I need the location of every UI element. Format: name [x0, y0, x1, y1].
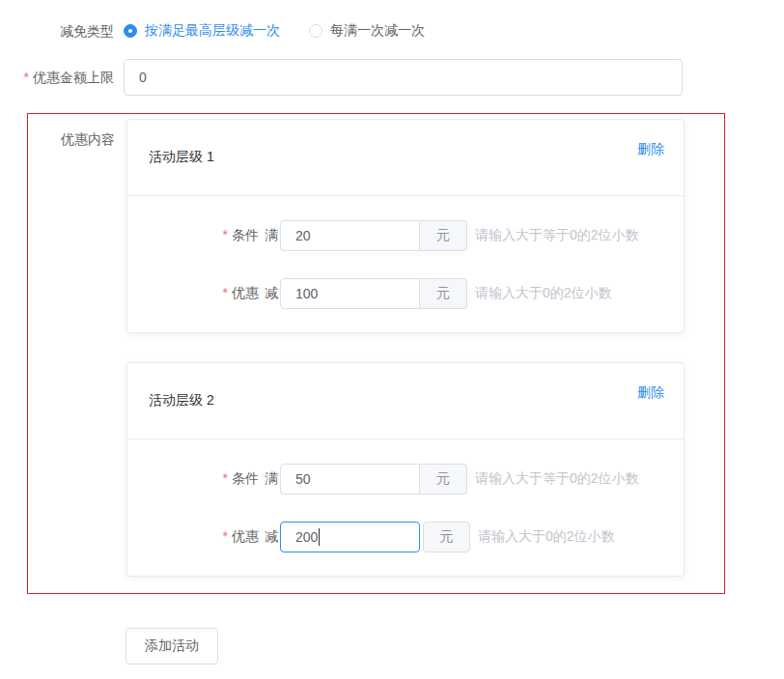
- discount-cap-label-text: 优惠金额上限: [33, 70, 114, 85]
- amount-input-group: 元: [280, 464, 467, 495]
- reduction-type-label: 减免类型: [0, 21, 114, 41]
- field-label-text: 条件: [232, 227, 259, 242]
- input-hint: 请输入大于等于0的2位小数: [475, 227, 639, 244]
- required-asterisk: *: [223, 528, 228, 544]
- delete-tier-link[interactable]: 删除: [637, 139, 664, 158]
- amount-input[interactable]: [280, 464, 420, 495]
- field-label: *条件: [127, 470, 259, 488]
- tier-field-row: *优惠 减 元 请输入大于0的2位小数: [127, 522, 684, 552]
- tier-card: 活动层级 1 删除 *条件 满 元 请输入大于等于0的2位小数 *优惠 减 元 …: [126, 119, 685, 333]
- tier-title: 活动层级 2: [149, 392, 214, 408]
- radio-icon: [309, 24, 322, 38]
- field-word: 满: [265, 470, 278, 488]
- required-asterisk: *: [223, 470, 228, 486]
- reduction-type-row: 减免类型 按满足最高层级减一次 每满一次减一次: [0, 21, 784, 41]
- radio-option-highest-tier[interactable]: 按满足最高层级减一次: [124, 22, 280, 40]
- discount-cap-input[interactable]: [124, 59, 683, 96]
- field-label: *条件: [127, 227, 259, 244]
- tier-title: 活动层级 1: [149, 149, 214, 164]
- required-asterisk: *: [24, 70, 29, 85]
- tier-card: 活动层级 2 删除 *条件 满 元 请输入大于等于0的2位小数 *优惠 减 元 …: [126, 362, 685, 577]
- tier-field-row: *条件 满 元 请输入大于等于0的2位小数: [127, 220, 684, 251]
- text-cursor: [319, 528, 320, 546]
- input-hint: 请输入大于0的2位小数: [478, 528, 615, 546]
- unit-suffix: 元: [420, 220, 467, 251]
- amount-input-wrap: [280, 464, 420, 495]
- required-asterisk: *: [223, 285, 228, 300]
- field-word: 满: [265, 227, 278, 244]
- amount-input-group: 元: [280, 220, 467, 251]
- unit-suffix: 元: [420, 278, 467, 309]
- field-label-text: 优惠: [232, 528, 259, 544]
- discount-cap-label: *优惠金额上限: [0, 68, 114, 87]
- tier-field-row: *条件 满 元 请输入大于等于0的2位小数: [127, 464, 684, 495]
- tier-card-header: 活动层级 1 删除: [127, 120, 684, 196]
- input-hint: 请输入大于等于0的2位小数: [475, 470, 639, 488]
- tier-card-body: *条件 满 元 请输入大于等于0的2位小数 *优惠 减 元 请输入大于0的2位小…: [127, 196, 684, 332]
- reduction-type-radio-group: 按满足最高层级减一次 每满一次减一次: [124, 22, 425, 40]
- amount-input-wrap: [280, 522, 420, 552]
- discount-content-label: 优惠内容: [28, 119, 115, 149]
- tier-card-header: 活动层级 2 删除: [127, 363, 684, 439]
- radio-icon: [124, 24, 137, 38]
- amount-input[interactable]: [280, 522, 420, 552]
- amount-input-wrap: [280, 220, 420, 251]
- field-label: *优惠: [127, 528, 259, 546]
- radio-option-label: 每满一次减一次: [330, 22, 425, 40]
- field-label: *优惠: [127, 285, 259, 302]
- field-word: 减: [265, 528, 278, 546]
- input-hint: 请输入大于0的2位小数: [475, 285, 612, 302]
- field-label-text: 条件: [232, 470, 259, 486]
- required-asterisk: *: [223, 227, 228, 242]
- add-activity-button[interactable]: 添加活动: [126, 628, 218, 665]
- amount-input-group: 元: [280, 522, 470, 552]
- discount-cap-row: *优惠金额上限: [0, 59, 784, 96]
- unit-suffix: 元: [423, 522, 470, 552]
- delete-tier-link[interactable]: 删除: [637, 382, 664, 402]
- tier-card-body: *条件 满 元 请输入大于等于0的2位小数 *优惠 减 元 请输入大于0的2位小…: [127, 439, 684, 576]
- amount-input[interactable]: [280, 220, 420, 251]
- unit-suffix: 元: [420, 464, 467, 495]
- amount-input-wrap: [280, 278, 420, 309]
- radio-option-every-time[interactable]: 每满一次减一次: [309, 22, 425, 40]
- tier-field-row: *优惠 减 元 请输入大于0的2位小数: [127, 278, 684, 309]
- field-word: 减: [265, 285, 278, 302]
- discount-content-box: 优惠内容 活动层级 1 删除 *条件 满 元 请输入大于等于0的2位小数 *优惠…: [27, 113, 725, 594]
- amount-input-group: 元: [280, 278, 467, 309]
- tier-list: 活动层级 1 删除 *条件 满 元 请输入大于等于0的2位小数 *优惠 减 元 …: [126, 119, 685, 577]
- radio-option-label: 按满足最高层级减一次: [145, 22, 280, 40]
- field-label-text: 优惠: [232, 285, 259, 300]
- promotion-form: 减免类型 按满足最高层级减一次 每满一次减一次 *优惠金额上限 优惠内容 活动层…: [0, 0, 784, 679]
- amount-input[interactable]: [280, 278, 420, 309]
